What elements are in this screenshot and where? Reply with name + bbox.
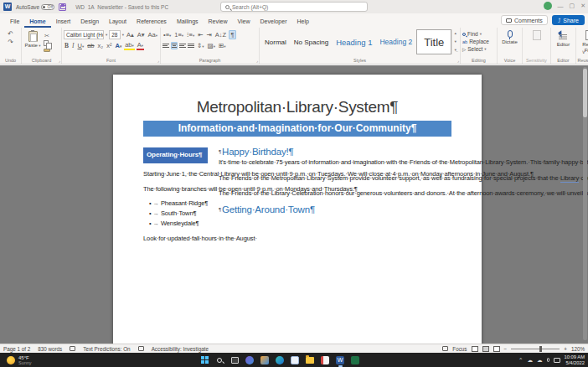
doc-title-text[interactable]: Metropolitan·Library·System¶ bbox=[143, 98, 451, 116]
editor-icon[interactable] bbox=[559, 30, 568, 40]
start-button[interactable] bbox=[199, 355, 209, 365]
mail-app-button[interactable] bbox=[290, 355, 300, 365]
getting-around-town-heading[interactable]: ¶Getting·Around·Town¶ bbox=[219, 205, 588, 214]
decrease-indent-button[interactable]: ⇤ bbox=[197, 31, 204, 39]
tray-chevron-icon[interactable]: ⌃ bbox=[518, 357, 523, 364]
autosave-switch[interactable]: Off bbox=[41, 4, 54, 10]
proofing-icon[interactable] bbox=[70, 346, 75, 351]
web-layout-icon[interactable] bbox=[493, 346, 500, 352]
shading-button[interactable]: ▨▾ bbox=[207, 42, 216, 50]
replace-button[interactable]: abReplace bbox=[462, 38, 495, 45]
taskbar-search-button[interactable] bbox=[214, 355, 224, 365]
comments-button[interactable]: Comments bbox=[501, 15, 548, 25]
left-paragraph-2[interactable]: The·following·branches·will·be·open·unti… bbox=[143, 184, 210, 194]
app-red-button[interactable] bbox=[320, 355, 330, 365]
tab-review[interactable]: Review bbox=[204, 16, 233, 28]
tab-developer[interactable]: Developer bbox=[255, 16, 292, 28]
operating-hours-heading[interactable]: Operating·Hours¶ bbox=[143, 147, 208, 163]
styles-more-button[interactable]: ▼̲ bbox=[452, 46, 458, 54]
file-explorer-button[interactable] bbox=[305, 355, 315, 365]
multilevel-list-button[interactable]: ⁝≡▾ bbox=[186, 31, 195, 39]
font-dialog-launcher[interactable]: ⌟ bbox=[157, 59, 159, 63]
align-center-button[interactable] bbox=[171, 42, 178, 49]
tab-file[interactable]: File bbox=[5, 16, 24, 28]
microphone-icon[interactable] bbox=[547, 358, 549, 362]
print-layout-icon[interactable] bbox=[482, 346, 489, 352]
tab-design[interactable]: Design bbox=[75, 16, 104, 28]
word-app-icon[interactable]: W bbox=[3, 3, 12, 11]
account-avatar[interactable] bbox=[544, 2, 552, 10]
text-effects-button[interactable]: A▾ bbox=[114, 42, 122, 50]
cut-icon[interactable]: ✂ bbox=[44, 32, 50, 39]
focus-button[interactable]: Focus bbox=[452, 346, 467, 352]
subscript-button[interactable]: x₂ bbox=[97, 42, 105, 49]
display-settings-icon[interactable] bbox=[138, 346, 144, 351]
paste-button[interactable]: Paste ▾ bbox=[23, 29, 42, 55]
search-input[interactable]: Search (Alt+Q) bbox=[220, 2, 368, 12]
styles-dialog-launcher[interactable]: ⌟ bbox=[457, 59, 459, 63]
word-count[interactable]: 830 words bbox=[38, 346, 62, 352]
autosave-toggle[interactable]: AutoSave Off bbox=[16, 4, 54, 10]
body-paragraph-3[interactable]: The·Friends·of·the·Library·Celebration·h… bbox=[219, 189, 588, 198]
tab-insert[interactable]: Insert bbox=[51, 16, 76, 28]
shrink-font-button[interactable]: A▾ bbox=[137, 31, 146, 39]
body-paragraph-1[interactable]: It's·time·to·celebrate·75·years·of·infor… bbox=[219, 158, 588, 167]
sidebar-text-box[interactable]: Operating·Hours¶ Starting·June·1,·the·Ce… bbox=[143, 147, 210, 249]
cloud-icon[interactable]: ☁ bbox=[537, 357, 543, 364]
touch-keyboard-icon[interactable] bbox=[554, 358, 560, 363]
list-item[interactable]: → Pheasant·Ridge¶ bbox=[149, 199, 210, 209]
tab-home[interactable]: Home bbox=[24, 16, 50, 28]
list-item[interactable]: → Wensleydale¶ bbox=[149, 219, 210, 229]
font-color-button[interactable]: A▾ bbox=[137, 41, 144, 51]
borders-button[interactable]: ⊞▾ bbox=[218, 42, 227, 50]
list-item[interactable]: → South·Town¶ bbox=[149, 209, 210, 219]
style-no-spacing[interactable]: No Spacing bbox=[291, 29, 332, 54]
word-taskbar-button[interactable]: W bbox=[335, 355, 345, 365]
weather-widget[interactable]: 45°F Sunny bbox=[0, 355, 75, 365]
format-painter-icon[interactable] bbox=[44, 49, 50, 52]
justify-button[interactable] bbox=[188, 43, 194, 49]
style-title-selected[interactable]: Title bbox=[416, 29, 451, 54]
font-name-combo[interactable]: Calibri Light (Headi bbox=[64, 30, 104, 39]
tab-layout[interactable]: Layout bbox=[104, 16, 132, 28]
redo-icon[interactable]: ↷ bbox=[7, 39, 14, 46]
tab-help[interactable]: Help bbox=[291, 16, 313, 28]
copilot-button[interactable] bbox=[245, 355, 255, 365]
italic-button[interactable]: I bbox=[71, 42, 75, 49]
find-button[interactable]: Find▾ bbox=[462, 30, 495, 38]
show-formatting-marks-button[interactable]: ¶ bbox=[229, 30, 236, 39]
style-heading-1[interactable]: Heading 1 bbox=[333, 29, 375, 54]
body-paragraph-2[interactable]: The·Friends·of·the·Metropolitan·Library·… bbox=[219, 174, 588, 183]
excel-taskbar-button[interactable] bbox=[350, 355, 360, 365]
taskbar-clock[interactable]: 10:09 AM 5/4/2022 bbox=[565, 354, 585, 366]
dictate-button[interactable]: Dictate bbox=[502, 39, 518, 45]
dictate-icon[interactable] bbox=[508, 30, 513, 38]
styles-scroll-up[interactable]: ▲ bbox=[452, 29, 458, 38]
copy-icon[interactable] bbox=[44, 40, 49, 46]
bullets-button[interactable]: •≡▾ bbox=[162, 31, 172, 39]
increase-indent-button[interactable]: ⇥ bbox=[205, 31, 212, 39]
numbering-button[interactable]: 1≡▾ bbox=[173, 31, 184, 39]
clipboard-dialog-launcher[interactable]: ⌟ bbox=[59, 59, 60, 63]
collapse-ribbon-chevron[interactable]: ∨ bbox=[582, 49, 585, 54]
left-paragraph-1[interactable]: Starting·June·1,·the·Central·Library·wil… bbox=[143, 169, 210, 179]
align-right-button[interactable] bbox=[179, 43, 186, 49]
grow-font-button[interactable]: A▴ bbox=[126, 31, 135, 39]
onedrive-cloud-icon[interactable]: ☁ bbox=[528, 357, 534, 364]
vertical-scrollbar[interactable] bbox=[583, 67, 587, 340]
tab-references[interactable]: References bbox=[132, 16, 172, 28]
close-button[interactable]: ✕ bbox=[580, 3, 585, 9]
page-indicator[interactable]: Page 1 of 2 bbox=[3, 346, 30, 352]
left-paragraph-3[interactable]: Look·for·updated·fall·hours·in·the·Augus… bbox=[143, 234, 210, 244]
edge-button[interactable] bbox=[275, 355, 285, 365]
paragraph-dialog-launcher[interactable]: ⌟ bbox=[256, 59, 258, 63]
change-case-button[interactable]: Aa▾ bbox=[147, 31, 158, 39]
strikethrough-button[interactable]: ab bbox=[86, 42, 95, 49]
align-left-button[interactable] bbox=[162, 43, 169, 49]
zoom-slider-thumb[interactable] bbox=[539, 346, 542, 352]
tab-mailings[interactable]: Mailings bbox=[172, 16, 204, 28]
widgets-button[interactable] bbox=[260, 355, 270, 365]
style-normal[interactable]: Normal bbox=[261, 29, 290, 54]
font-size-combo[interactable]: 28 bbox=[109, 30, 121, 39]
style-heading-2[interactable]: Heading 2 bbox=[376, 29, 415, 54]
